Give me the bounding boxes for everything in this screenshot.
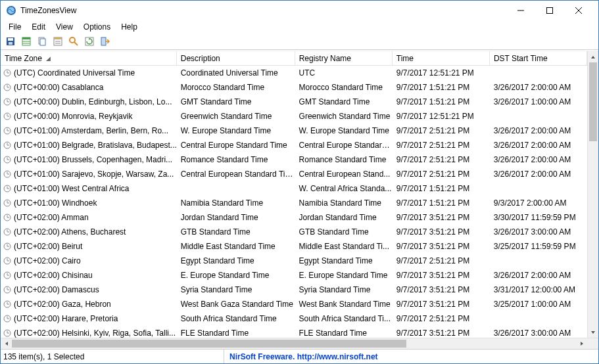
table-row[interactable]: (UTC+01:00) West Central AfricaW. Centra… [1, 181, 587, 196]
cell-dst: 9/3/2017 2:00:00 AM [490, 198, 587, 208]
cell-description: Jordan Standard Time [177, 213, 295, 222]
cell-time: 9/7/2017 2:51:21 PM [393, 155, 490, 164]
close-button[interactable] [564, 1, 593, 20]
statusbar: 135 item(s), 1 Selected NirSoft Freeware… [1, 349, 598, 363]
maximize-button[interactable] [535, 1, 564, 20]
menu-help[interactable]: Help [116, 21, 143, 33]
scroll-right-icon[interactable] [576, 338, 587, 349]
exit-icon[interactable] [98, 35, 112, 48]
clock-icon [3, 185, 11, 193]
sort-indicator-icon: ◢ [46, 55, 51, 62]
cell-timezone: (UTC+01:00) Amsterdam, Berlin, Bern, Ro.… [14, 126, 168, 135]
horizontal-scrollbar[interactable] [1, 338, 598, 349]
hscroll-track[interactable] [12, 338, 576, 349]
clock-icon [3, 214, 11, 221]
find-icon[interactable] [66, 35, 81, 48]
cell-dst: 3/26/2017 2:00:00 AM [490, 155, 587, 164]
scroll-down-icon[interactable] [588, 327, 598, 338]
footer-link[interactable]: NirSoft Freeware. http://www.nirsoft.net [224, 352, 598, 361]
main-window: TimeZonesView File Edit View Options Hel… [0, 0, 599, 364]
col-timezone[interactable]: Time Zone◢ [1, 51, 177, 65]
cell-description: Middle East Standard Time [177, 242, 295, 251]
svg-rect-16 [54, 37, 62, 39]
cell-timezone: (UTC+02:00) Athens, Bucharest [14, 227, 126, 237]
cell-timezone: (UTC+02:00) Amman [14, 213, 89, 222]
column-headers: Time Zone◢ Description Registry Name Tim… [1, 51, 587, 66]
data-grid[interactable]: Time Zone◢ Description Registry Name Tim… [1, 51, 587, 338]
vertical-scrollbar[interactable] [587, 51, 598, 338]
cell-description: Central European Standard Time [177, 170, 295, 179]
menu-view[interactable]: View [51, 21, 78, 33]
cell-timezone: (UTC+00:00) Dublin, Edinburgh, Lisbon, L… [14, 97, 172, 106]
save-icon[interactable] [3, 35, 18, 48]
cell-description: GTB Standard Time [177, 227, 295, 237]
cell-registry: UTC [295, 68, 393, 78]
properties-icon[interactable] [51, 35, 65, 48]
cell-time: 9/7/2017 3:51:21 PM [393, 242, 490, 251]
table-row[interactable]: (UTC+01:00) Sarajevo, Skopje, Warsaw, Za… [1, 167, 587, 181]
table-row[interactable]: (UTC+02:00) AmmanJordan Standard TimeJor… [1, 210, 587, 225]
hscroll-thumb[interactable] [12, 340, 406, 348]
app-icon [6, 5, 16, 16]
cell-description: Namibia Standard Time [177, 198, 295, 208]
col-time[interactable]: Time [393, 51, 490, 65]
cell-description: Morocco Standard Time [177, 83, 295, 92]
table-row[interactable]: (UTC+02:00) ChisinauE. Europe Standard T… [1, 268, 587, 283]
cell-dst: 3/26/2017 2:00:00 AM [490, 126, 587, 135]
table-row[interactable]: (UTC+01:00) Belgrade, Bratislava, Budape… [1, 138, 587, 152]
table-row[interactable]: (UTC+02:00) CairoEgypt Standard TimeEgyp… [1, 254, 587, 268]
table-row[interactable]: (UTC+02:00) BeirutMiddle East Standard T… [1, 239, 587, 254]
copy-icon[interactable] [35, 35, 49, 48]
cell-time: 9/7/2017 2:51:21 PM [393, 141, 490, 150]
clock-icon [3, 98, 11, 106]
table-row[interactable]: (UTC+02:00) Gaza, HebronWest Bank Gaza S… [1, 297, 587, 311]
window-buttons [506, 1, 593, 20]
refresh-icon[interactable] [82, 35, 97, 48]
table-row[interactable]: (UTC+02:00) DamascusSyria Standard TimeS… [1, 283, 587, 297]
cell-registry: Romance Standard Time [295, 155, 393, 164]
col-label: Description [181, 54, 220, 63]
svg-rect-8 [9, 42, 12, 45]
scroll-left-icon[interactable] [1, 338, 12, 349]
menubar: File Edit View Options Help [1, 20, 598, 34]
minimize-button[interactable] [506, 1, 535, 20]
table-row[interactable]: (UTC+02:00) Athens, BucharestGTB Standar… [1, 225, 587, 239]
cell-registry: Middle East Standard Ti... [295, 242, 393, 251]
menu-edit[interactable]: Edit [26, 21, 51, 33]
save-csv-icon[interactable] [19, 35, 34, 48]
menu-options[interactable]: Options [78, 21, 116, 33]
table-row[interactable]: (UTC+01:00) WindhoekNamibia Standard Tim… [1, 196, 587, 210]
col-description[interactable]: Description [177, 51, 295, 65]
vscroll-track[interactable] [588, 62, 598, 327]
cell-timezone: (UTC+02:00) Cairo [14, 256, 81, 265]
cell-registry: Greenwich Standard Time [295, 112, 393, 121]
col-dst[interactable]: DST Start Time [490, 51, 587, 65]
clock-icon [3, 127, 11, 135]
svg-line-20 [74, 42, 78, 45]
table-row[interactable]: (UTC+00:00) CasablancaMorocco Standard T… [1, 80, 587, 95]
table-row[interactable]: (UTC+01:00) Amsterdam, Berlin, Bern, Ro.… [1, 124, 587, 138]
svg-rect-3 [547, 8, 553, 14]
table-row[interactable]: (UTC+02:00) Helsinki, Kyiv, Riga, Sofia,… [1, 326, 587, 338]
scroll-up-icon[interactable] [588, 51, 598, 62]
cell-timezone: (UTC+01:00) Sarajevo, Skopje, Warsaw, Za… [14, 170, 174, 179]
cell-registry: Egypt Standard Time [295, 256, 393, 265]
cell-registry: GMT Standard Time [295, 97, 393, 106]
table-row[interactable]: (UTC+00:00) Monrovia, ReykjavikGreenwich… [1, 109, 587, 124]
vscroll-thumb[interactable] [589, 62, 597, 141]
col-label: DST Start Time [494, 54, 548, 63]
table-row[interactable]: (UTC+00:00) Dublin, Edinburgh, Lisbon, L… [1, 95, 587, 109]
table-row[interactable]: (UTC+02:00) Harare, PretoriaSouth Africa… [1, 311, 587, 326]
cell-description: Egypt Standard Time [177, 256, 295, 265]
cell-timezone: (UTC+02:00) Beirut [14, 242, 82, 251]
col-registry[interactable]: Registry Name [295, 51, 393, 65]
table-row[interactable]: (UTC+01:00) Brussels, Copenhagen, Madri.… [1, 152, 587, 167]
table-row[interactable]: (UTC) Coordinated Universal TimeCoordina… [1, 66, 587, 80]
clock-icon [3, 199, 11, 207]
menu-file[interactable]: File [3, 21, 26, 33]
cell-timezone: (UTC+02:00) Helsinki, Kyiv, Riga, Sofia,… [14, 329, 176, 338]
cell-time: 9/7/2017 3:51:21 PM [393, 329, 490, 338]
window-title: TimeZonesView [20, 6, 506, 15]
cell-registry: Central European Stand... [295, 170, 393, 179]
clock-icon [3, 112, 11, 120]
